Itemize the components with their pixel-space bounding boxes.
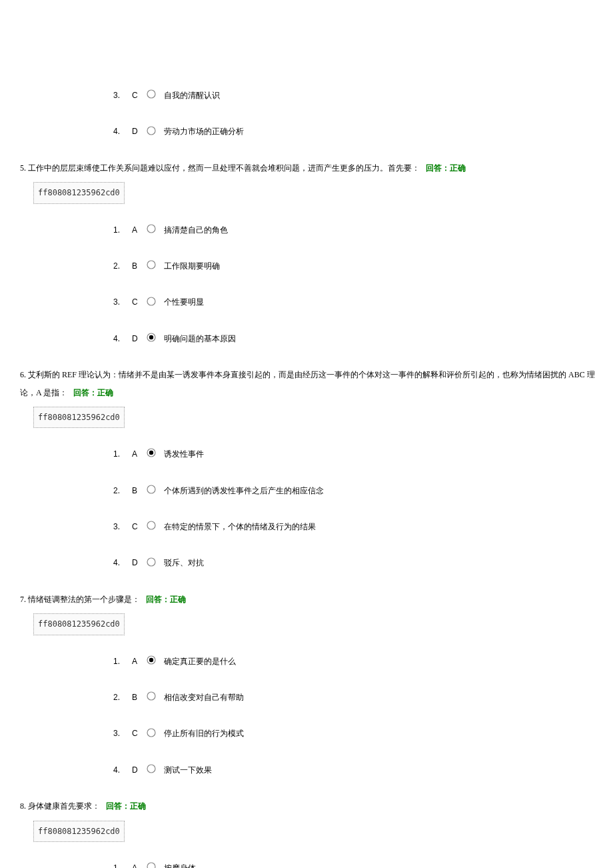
option-row: 1. A 确定真正要的是什么 bbox=[113, 653, 600, 670]
option-row: 3. C 个性要明显 bbox=[113, 293, 600, 311]
option-letter: A bbox=[132, 653, 145, 670]
svg-point-6 bbox=[149, 335, 153, 339]
code-box: ff808081235962cd0 bbox=[33, 613, 125, 635]
svg-point-14 bbox=[147, 692, 155, 700]
option-letter: C bbox=[132, 725, 145, 742]
option-number: 2. bbox=[113, 482, 132, 499]
option-text: 搞清楚自己的角色 bbox=[164, 221, 228, 239]
option-letter: B bbox=[132, 257, 145, 275]
option-text: 工作限期要明确 bbox=[164, 257, 220, 275]
svg-point-3 bbox=[147, 261, 155, 269]
question-text: 情绪链调整法的第一个步骤是： bbox=[28, 595, 140, 604]
question-number: 8. bbox=[20, 801, 26, 811]
options-list: 1. A 搞清楚自己的角色 2. B 工作限期要明确 3. C 个性要明显 4.… bbox=[113, 221, 600, 348]
option-text: 明确问题的基本原因 bbox=[164, 330, 236, 347]
radio-icon[interactable] bbox=[147, 126, 156, 135]
question-text-row: 6. 艾利斯的 REF 理论认为：情绪并不是由某一诱发事件本身直接引起的，而是由… bbox=[20, 366, 600, 401]
option-letter: C bbox=[132, 87, 145, 104]
radio-icon[interactable] bbox=[147, 728, 156, 737]
radio-icon[interactable] bbox=[147, 260, 156, 269]
option-row: 2. B 相信改变对自己有帮助 bbox=[113, 689, 600, 706]
answer-status: 回答：正确 bbox=[146, 595, 186, 604]
option-row: 1. A 搞清楚自己的角色 bbox=[113, 221, 600, 239]
question-text: 工作中的层层束缚使工作关系问题难以应付，然而一旦处理不善就会堆积问题，进而产生更… bbox=[28, 163, 420, 173]
question-7: 7. 情绪链调整法的第一个步骤是： 回答：正确 ff808081235962cd… bbox=[13, 591, 600, 779]
option-letter: B bbox=[132, 482, 145, 499]
question-8: 8. 身体健康首先要求： 回答：正确 ff808081235962cd0 1. … bbox=[13, 797, 600, 868]
option-number: 4. bbox=[113, 761, 132, 779]
radio-icon[interactable] bbox=[147, 521, 156, 530]
option-text: 按摩身体 bbox=[164, 859, 196, 868]
option-row: 2. B 工作限期要明确 bbox=[113, 257, 600, 275]
option-text: 个体所遇到的诱发性事件之后产生的相应信念 bbox=[164, 482, 324, 499]
option-letter: D bbox=[132, 123, 145, 140]
option-letter: D bbox=[132, 554, 145, 571]
question-number: 7. bbox=[20, 595, 26, 604]
orphan-options: 3. C 自我的清醒认识 4. D 劳动力市场的正确分析 bbox=[113, 87, 600, 141]
question-number: 6. bbox=[20, 370, 26, 379]
question-number: 5. bbox=[20, 163, 26, 173]
svg-point-4 bbox=[147, 297, 155, 305]
option-row: 3. C 自我的清醒认识 bbox=[113, 87, 600, 104]
radio-icon[interactable] bbox=[147, 224, 156, 233]
options-list: 1. A 确定真正要的是什么 2. B 相信改变对自己有帮助 3. C 停止所有… bbox=[113, 653, 600, 779]
svg-point-13 bbox=[149, 658, 153, 662]
radio-icon[interactable] bbox=[147, 89, 156, 99]
option-number: 3. bbox=[113, 293, 132, 311]
question-6: 6. 艾利斯的 REF 理论认为：情绪并不是由某一诱发事件本身直接引起的，而是由… bbox=[13, 366, 600, 572]
option-number: 1. bbox=[113, 653, 132, 670]
svg-point-15 bbox=[147, 729, 155, 737]
option-row: 2. B 个体所遇到的诱发性事件之后产生的相应信念 bbox=[113, 482, 600, 499]
question-text: 身体健康首先要求： bbox=[28, 801, 100, 811]
option-letter: C bbox=[132, 293, 145, 311]
option-number: 4. bbox=[113, 330, 132, 347]
option-text: 个性要明显 bbox=[164, 293, 204, 311]
option-letter: A bbox=[132, 221, 145, 239]
radio-icon[interactable] bbox=[147, 764, 156, 773]
option-number: 1. bbox=[113, 859, 132, 868]
svg-point-10 bbox=[147, 521, 155, 529]
radio-icon[interactable] bbox=[147, 485, 156, 494]
option-number: 3. bbox=[113, 518, 132, 535]
option-letter: C bbox=[132, 518, 145, 535]
radio-icon[interactable] bbox=[147, 691, 156, 701]
svg-point-17 bbox=[147, 863, 155, 868]
svg-point-8 bbox=[149, 451, 153, 455]
option-letter: D bbox=[132, 761, 145, 779]
code-box: ff808081235962cd0 bbox=[33, 407, 125, 428]
option-number: 4. bbox=[113, 123, 132, 140]
question-text-row: 5. 工作中的层层束缚使工作关系问题难以应付，然而一旦处理不善就会堆积问题，进而… bbox=[20, 159, 600, 177]
radio-icon[interactable] bbox=[147, 333, 156, 342]
option-text: 停止所有旧的行为模式 bbox=[164, 725, 244, 742]
svg-point-16 bbox=[147, 765, 155, 773]
svg-point-9 bbox=[147, 485, 155, 493]
option-number: 3. bbox=[113, 725, 132, 742]
radio-icon[interactable] bbox=[147, 557, 156, 567]
answer-status: 回答：正确 bbox=[426, 163, 466, 173]
option-row: 4. D 驳斥、对抗 bbox=[113, 554, 600, 571]
option-row: 4. D 明确问题的基本原因 bbox=[113, 330, 600, 347]
option-number: 2. bbox=[113, 257, 132, 275]
option-row: 4. D 测试一下效果 bbox=[113, 761, 600, 779]
option-text: 诱发性事件 bbox=[164, 445, 204, 463]
radio-icon[interactable] bbox=[147, 448, 156, 457]
question-text-row: 8. 身体健康首先要求： 回答：正确 bbox=[20, 797, 600, 815]
options-list: 1. A 按摩身体 2. B 缓解压力 bbox=[113, 859, 600, 868]
svg-point-2 bbox=[147, 225, 155, 233]
svg-point-11 bbox=[147, 558, 155, 566]
radio-icon[interactable] bbox=[147, 655, 156, 665]
options-list: 1. A 诱发性事件 2. B 个体所遇到的诱发性事件之后产生的相应信念 3. … bbox=[113, 445, 600, 572]
option-row: 3. C 停止所有旧的行为模式 bbox=[113, 725, 600, 742]
code-box: ff808081235962cd0 bbox=[33, 182, 125, 203]
option-row: 3. C 在特定的情景下，个体的情绪及行为的结果 bbox=[113, 518, 600, 535]
answer-status: 回答：正确 bbox=[106, 801, 146, 811]
option-text: 自我的清醒认识 bbox=[164, 87, 220, 104]
option-row: 1. A 诱发性事件 bbox=[113, 445, 600, 463]
radio-icon[interactable] bbox=[147, 862, 156, 868]
radio-icon[interactable] bbox=[147, 297, 156, 306]
option-row: 1. A 按摩身体 bbox=[113, 859, 600, 868]
option-letter: D bbox=[132, 330, 145, 347]
svg-point-1 bbox=[147, 127, 155, 135]
answer-status: 回答：正确 bbox=[73, 388, 113, 397]
option-number: 4. bbox=[113, 554, 132, 571]
